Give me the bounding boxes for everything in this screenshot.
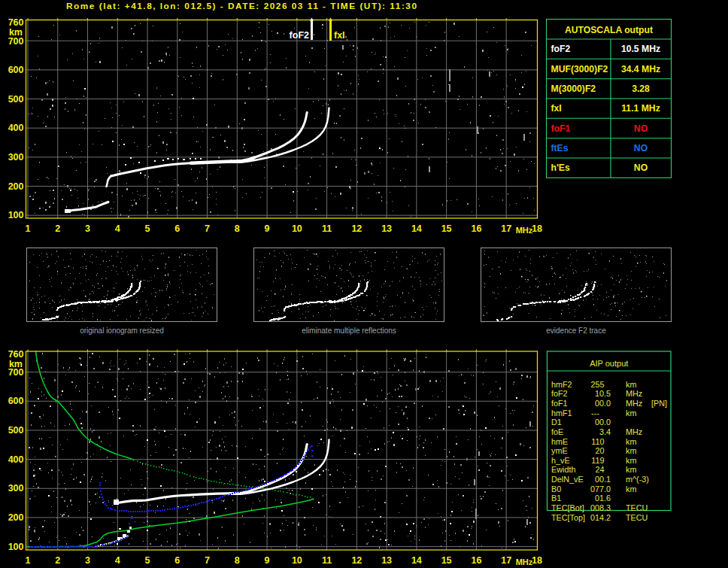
svg-text:NO: NO [634,163,648,173]
svg-text:MHz: MHz [626,427,642,436]
svg-text:D1: D1 [551,418,562,427]
svg-text:077.0: 077.0 [590,484,611,494]
svg-text:17: 17 [501,555,511,566]
svg-text:hmF1: hmF1 [551,409,572,418]
svg-text:110: 110 [591,437,604,446]
svg-text:8: 8 [235,223,240,234]
svg-text:7: 7 [205,223,210,234]
svg-text:700: 700 [8,367,24,378]
svg-text:NO: NO [634,143,648,153]
svg-text:6: 6 [174,555,180,566]
svg-text:km: km [626,437,636,446]
svg-text:MHz: MHz [626,389,642,398]
svg-text:2: 2 [55,223,60,234]
svg-text:600: 600 [8,65,24,75]
svg-text:00.0: 00.0 [595,418,611,427]
svg-text:15: 15 [441,223,452,234]
svg-text:11.1 MHz: 11.1 MHz [621,103,660,114]
svg-text:B0: B0 [551,484,561,494]
svg-text:h'Es: h'Es [551,163,570,173]
svg-text:original ionogram resized: original ionogram resized [80,327,164,335]
svg-text:01.6: 01.6 [595,494,611,503]
svg-text:9: 9 [265,223,270,234]
svg-text:00.1: 00.1 [595,475,611,484]
svg-text:400: 400 [8,123,24,133]
svg-text:12: 12 [351,555,362,566]
svg-text:3.4: 3.4 [599,427,611,436]
svg-text:10.5: 10.5 [595,389,611,398]
svg-text:18: 18 [532,555,542,566]
svg-text:11: 11 [322,223,332,234]
svg-text:16: 16 [471,555,481,566]
svg-text:119: 119 [591,456,604,465]
svg-text:MHz: MHz [516,557,533,566]
svg-text:TECU: TECU [626,513,648,522]
svg-text:255: 255 [590,380,604,389]
svg-text:13: 13 [381,555,392,566]
svg-text:km: km [626,380,636,389]
svg-text:3: 3 [85,555,90,566]
svg-text:foF2: foF2 [551,389,568,398]
svg-text:km: km [626,409,636,418]
svg-text:10: 10 [292,223,302,234]
svg-text:hmE: hmE [551,437,568,446]
svg-text:7: 7 [205,555,210,566]
svg-text:014.2: 014.2 [590,513,611,522]
svg-text:M(3000)F2: M(3000)F2 [551,84,596,94]
svg-text:AIP output: AIP output [590,359,628,368]
svg-text:[PN]: [PN] [651,399,667,408]
svg-text:34.4 MHz: 34.4 MHz [621,64,660,74]
svg-text:TEC[Bot]: TEC[Bot] [551,503,584,512]
svg-text:ymE: ymE [551,446,568,455]
svg-text:AUTOSCALA output: AUTOSCALA output [565,25,653,35]
svg-text:foF2: foF2 [290,30,309,41]
svg-text:008.3: 008.3 [590,503,611,512]
svg-text:300: 300 [8,152,24,163]
svg-text:km: km [626,446,636,455]
svg-text:100: 100 [8,542,24,552]
svg-text:3: 3 [85,223,90,234]
svg-text:m^(-3): m^(-3) [626,475,649,484]
svg-text:15: 15 [441,555,452,566]
svg-text:km: km [626,484,636,494]
svg-text:100: 100 [8,210,24,220]
svg-text:400: 400 [8,454,24,465]
svg-text:MUF(3000)F2: MUF(3000)F2 [551,64,608,74]
svg-text:TEC[Top]: TEC[Top] [551,513,585,522]
svg-text:24: 24 [595,465,604,474]
svg-text:8: 8 [235,555,240,566]
svg-text:00.0: 00.0 [595,399,611,408]
svg-text:foF2: foF2 [551,44,571,54]
svg-text:MHz: MHz [626,399,642,408]
svg-text:foF1: foF1 [551,123,571,134]
svg-text:600: 600 [8,396,24,406]
svg-text:km: km [626,465,636,474]
svg-text:ftEs: ftEs [551,143,569,153]
svg-text:NO: NO [634,123,648,134]
svg-text:eliminate multiple reflections: eliminate multiple reflections [302,327,396,335]
svg-text:4: 4 [115,223,120,234]
svg-text:3.28: 3.28 [632,84,650,94]
svg-text:foE: foE [551,427,563,436]
svg-text:17: 17 [501,223,511,234]
svg-text:km: km [626,456,636,465]
svg-text:h_vE: h_vE [551,456,570,465]
svg-text:foF1: foF1 [551,399,568,408]
svg-text:TECU: TECU [626,503,648,512]
svg-text:2: 2 [55,555,60,566]
svg-text:12: 12 [351,223,362,234]
svg-text:300: 300 [8,483,24,494]
svg-text:14: 14 [411,555,422,566]
svg-text:9: 9 [265,555,270,566]
svg-text:10: 10 [292,555,302,566]
svg-text:fxI: fxI [551,103,562,114]
svg-text:evidence F2 trace: evidence F2 trace [546,327,606,335]
svg-text:1: 1 [26,223,31,234]
svg-text:20: 20 [595,446,604,455]
svg-text:6: 6 [174,223,180,234]
svg-text:500: 500 [8,425,24,436]
svg-text:700: 700 [8,36,24,47]
svg-text:5: 5 [145,555,150,566]
svg-text:MHz: MHz [516,226,533,235]
svg-text:500: 500 [8,94,24,105]
